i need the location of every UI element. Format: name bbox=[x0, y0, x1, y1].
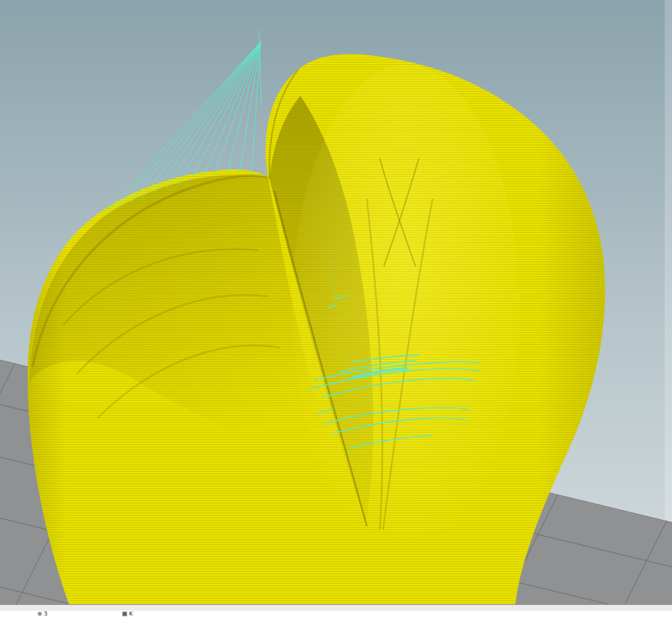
status-item-label: K bbox=[129, 612, 133, 617]
status-bar: ⊕ 3 ▦ K bbox=[0, 611, 672, 618]
crosshair-icon: ⊕ bbox=[37, 612, 42, 617]
status-item-first[interactable]: ⊕ 3 bbox=[37, 612, 47, 617]
bottom-strip[interactable] bbox=[0, 604, 672, 611]
viewport-canvas[interactable] bbox=[0, 0, 672, 604]
status-item-label: 3 bbox=[44, 612, 47, 617]
status-item-second[interactable]: ▦ K bbox=[122, 612, 132, 617]
viewport-3d[interactable] bbox=[0, 0, 672, 604]
slicer-app-window: ⊕ 3 ▦ K bbox=[0, 0, 672, 618]
right-edge-strip bbox=[665, 0, 672, 522]
grid-icon: ▦ bbox=[122, 612, 127, 617]
